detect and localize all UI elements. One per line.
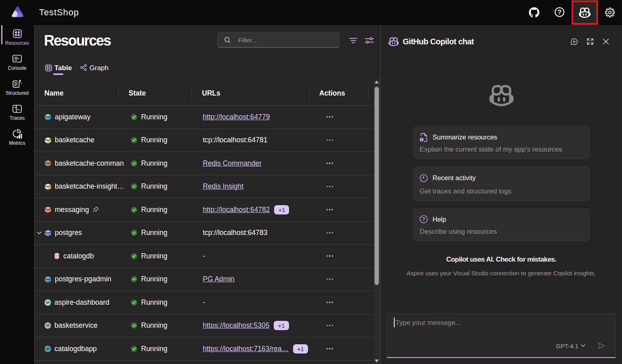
svg-text:?: ? [422, 216, 425, 222]
svg-text:?: ? [558, 9, 562, 16]
